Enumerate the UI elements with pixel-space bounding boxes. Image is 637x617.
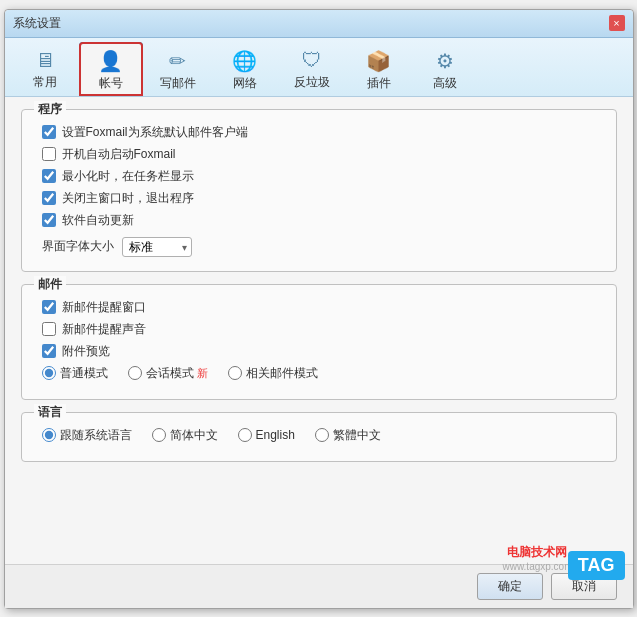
tab-network[interactable]: 🌐 网络 [213, 42, 277, 96]
checkbox-row-new-mail-sound: 新邮件提醒声音 [34, 321, 604, 338]
radio-simplified-chinese[interactable] [152, 428, 166, 442]
radio-session-mode[interactable] [128, 366, 142, 380]
tab-spam-label: 反垃圾 [294, 74, 330, 91]
compose-icon: ✏ [169, 49, 186, 73]
label-attachment-preview: 附件预览 [62, 343, 110, 360]
footer: 电脑技术网 www.tagxp.com TAG 确定 取消 [5, 564, 633, 608]
label-new-mail-sound: 新邮件提醒声音 [62, 321, 146, 338]
radio-related-mode[interactable] [228, 366, 242, 380]
font-size-select[interactable]: 小 标准 大 [122, 237, 192, 257]
font-size-row: 界面字体大小 小 标准 大 [42, 237, 604, 257]
label-exit-close: 关闭主窗口时，退出程序 [62, 190, 194, 207]
program-section-title: 程序 [34, 101, 66, 118]
tab-compose-label: 写邮件 [160, 75, 196, 92]
checkbox-new-mail-popup[interactable] [42, 300, 56, 314]
checkbox-row-minimize: 最小化时，在任务栏显示 [34, 168, 604, 185]
label-follow-system: 跟随系统语言 [60, 427, 132, 444]
font-size-select-wrapper: 小 标准 大 [122, 237, 192, 257]
label-related-mode: 相关邮件模式 [246, 365, 318, 382]
radio-item-follow-system: 跟随系统语言 [42, 427, 132, 444]
tag-badge: TAG [568, 551, 625, 580]
checkbox-row-default-client: 设置Foxmail为系统默认邮件客户端 [34, 124, 604, 141]
tab-advanced[interactable]: ⚙ 高级 [413, 42, 477, 96]
tab-plugins-label: 插件 [367, 75, 391, 92]
tab-spam[interactable]: 🛡 反垃圾 [279, 42, 345, 96]
radio-traditional-chinese[interactable] [315, 428, 329, 442]
mail-mode-row: 普通模式 会话模式 新 相关邮件模式 [34, 365, 604, 382]
close-button[interactable]: × [609, 15, 625, 31]
mail-section-content: 新邮件提醒窗口 新邮件提醒声音 附件预览 普通模式 [34, 299, 604, 382]
language-options-row: 跟随系统语言 简体中文 English 繁體中文 [34, 427, 604, 444]
tab-account[interactable]: 👤 帐号 [79, 42, 143, 96]
checkbox-default-client[interactable] [42, 125, 56, 139]
program-section: 程序 设置Foxmail为系统默认邮件客户端 开机自动启动Foxmail 最小化… [21, 109, 617, 272]
radio-follow-system[interactable] [42, 428, 56, 442]
window-title: 系统设置 [13, 15, 61, 32]
tab-general[interactable]: 🖥 常用 [13, 42, 77, 96]
checkbox-row-new-mail-popup: 新邮件提醒窗口 [34, 299, 604, 316]
language-section: 语言 跟随系统语言 简体中文 English [21, 412, 617, 462]
label-session-mode: 会话模式 新 [146, 365, 208, 382]
general-icon: 🖥 [35, 49, 55, 72]
label-default-client: 设置Foxmail为系统默认邮件客户端 [62, 124, 248, 141]
radio-item-normal-mode: 普通模式 [42, 365, 108, 382]
tab-bar: 🖥 常用 👤 帐号 ✏ 写邮件 🌐 网络 🛡 反垃圾 📦 插件 ⚙ 高级 [5, 38, 633, 97]
checkbox-row-attachment-preview: 附件预览 [34, 343, 604, 360]
session-mode-badge: 新 [197, 367, 208, 379]
plugins-icon: 📦 [366, 49, 391, 73]
network-icon: 🌐 [232, 49, 257, 73]
checkbox-new-mail-sound[interactable] [42, 322, 56, 336]
font-size-label: 界面字体大小 [42, 238, 114, 255]
label-normal-mode: 普通模式 [60, 365, 108, 382]
radio-normal-mode[interactable] [42, 366, 56, 380]
advanced-icon: ⚙ [436, 49, 454, 73]
checkbox-row-auto-start: 开机自动启动Foxmail [34, 146, 604, 163]
checkbox-attachment-preview[interactable] [42, 344, 56, 358]
radio-item-related-mode: 相关邮件模式 [228, 365, 318, 382]
program-section-content: 设置Foxmail为系统默认邮件客户端 开机自动启动Foxmail 最小化时，在… [34, 124, 604, 257]
language-section-title: 语言 [34, 404, 66, 421]
label-new-mail-popup: 新邮件提醒窗口 [62, 299, 146, 316]
checkbox-auto-update[interactable] [42, 213, 56, 227]
language-section-content: 跟随系统语言 简体中文 English 繁體中文 [34, 427, 604, 444]
confirm-button[interactable]: 确定 [477, 573, 543, 600]
mail-section-title: 邮件 [34, 276, 66, 293]
tab-network-label: 网络 [233, 75, 257, 92]
radio-item-traditional-chinese: 繁體中文 [315, 427, 381, 444]
radio-item-english: English [238, 428, 295, 442]
tab-compose[interactable]: ✏ 写邮件 [145, 42, 211, 96]
spam-icon: 🛡 [302, 49, 322, 72]
checkbox-minimize[interactable] [42, 169, 56, 183]
checkbox-exit-close[interactable] [42, 191, 56, 205]
radio-item-session-mode: 会话模式 新 [128, 365, 208, 382]
checkbox-row-auto-update: 软件自动更新 [34, 212, 604, 229]
tab-account-label: 帐号 [99, 75, 123, 92]
content-area: 程序 设置Foxmail为系统默认邮件客户端 开机自动启动Foxmail 最小化… [5, 97, 633, 564]
tab-general-label: 常用 [33, 74, 57, 91]
settings-window: 系统设置 × 🖥 常用 👤 帐号 ✏ 写邮件 🌐 网络 🛡 反垃圾 📦 插件 [4, 9, 634, 609]
label-auto-update: 软件自动更新 [62, 212, 134, 229]
label-english: English [256, 428, 295, 442]
checkbox-auto-start[interactable] [42, 147, 56, 161]
mail-section: 邮件 新邮件提醒窗口 新邮件提醒声音 附件预览 普通模式 [21, 284, 617, 400]
label-simplified-chinese: 简体中文 [170, 427, 218, 444]
radio-english[interactable] [238, 428, 252, 442]
label-traditional-chinese: 繁體中文 [333, 427, 381, 444]
title-bar: 系统设置 × [5, 10, 633, 38]
checkbox-row-exit-close: 关闭主窗口时，退出程序 [34, 190, 604, 207]
account-icon: 👤 [98, 49, 123, 73]
tab-advanced-label: 高级 [433, 75, 457, 92]
label-auto-start: 开机自动启动Foxmail [62, 146, 176, 163]
tab-plugins[interactable]: 📦 插件 [347, 42, 411, 96]
label-minimize: 最小化时，在任务栏显示 [62, 168, 194, 185]
radio-item-simplified-chinese: 简体中文 [152, 427, 218, 444]
